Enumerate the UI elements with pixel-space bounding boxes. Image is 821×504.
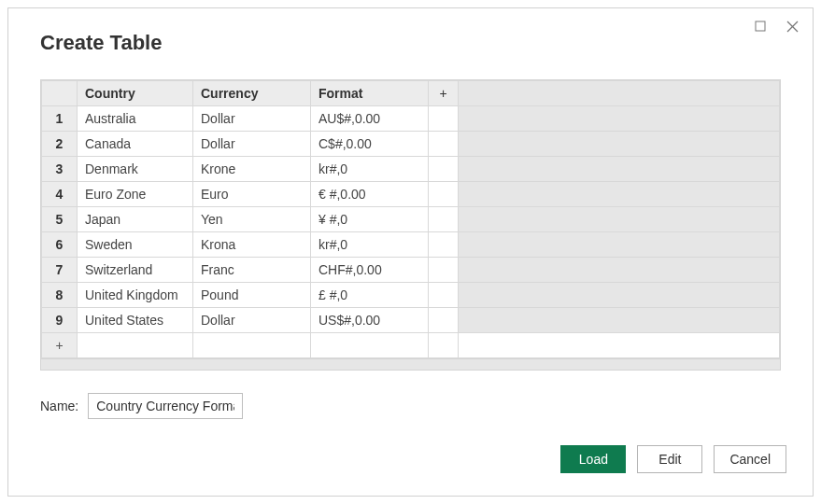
- row-filler: [459, 308, 780, 333]
- row-number[interactable]: 4: [42, 182, 78, 207]
- column-header-format[interactable]: Format: [311, 81, 429, 106]
- cell-country[interactable]: Japan: [78, 207, 193, 232]
- maximize-button[interactable]: [747, 16, 773, 36]
- row-filler: [459, 283, 780, 308]
- empty-cell[interactable]: [78, 333, 193, 358]
- load-button[interactable]: Load: [560, 445, 626, 473]
- header-row: Country Currency Format +: [42, 81, 780, 106]
- empty-cell[interactable]: [311, 333, 429, 358]
- table-row: 4Euro ZoneEuro€ #,0.00: [42, 182, 780, 207]
- cell-country[interactable]: United States: [78, 308, 193, 333]
- table-row: 3DenmarkKronekr#,0: [42, 157, 780, 182]
- create-table-dialog: Create Table Country Currency Format +: [7, 7, 814, 497]
- cell-country[interactable]: Euro Zone: [78, 182, 193, 207]
- cell-country[interactable]: Canada: [78, 132, 193, 157]
- cell-country[interactable]: Sweden: [78, 232, 193, 258]
- header-filler: [459, 81, 780, 106]
- cell-country[interactable]: Denmark: [78, 157, 193, 182]
- cell-format[interactable]: AU$#,0.00: [311, 106, 429, 132]
- name-label: Name:: [40, 399, 78, 413]
- cell-currency[interactable]: Krona: [193, 232, 311, 258]
- cell-extra[interactable]: [429, 182, 459, 207]
- maximize-icon: [755, 21, 766, 32]
- row-filler: [459, 232, 780, 258]
- empty-cell[interactable]: [193, 333, 311, 358]
- row-number[interactable]: 5: [42, 207, 78, 232]
- cell-extra[interactable]: [429, 283, 459, 308]
- cell-format[interactable]: € #,0.00: [311, 182, 429, 207]
- cell-country[interactable]: Australia: [78, 106, 193, 132]
- row-number[interactable]: 6: [42, 232, 78, 258]
- table-row: 8United KingdomPound£ #,0: [42, 283, 780, 308]
- cell-country[interactable]: United Kingdom: [78, 283, 193, 308]
- close-button[interactable]: [779, 16, 805, 36]
- column-header-country[interactable]: Country: [78, 81, 193, 106]
- row-number[interactable]: 9: [42, 308, 78, 333]
- cell-currency[interactable]: Dollar: [193, 106, 311, 132]
- table-row: 5JapanYen¥ #,0: [42, 207, 780, 232]
- horizontal-scroll-track[interactable]: [41, 358, 780, 370]
- table-row: 2CanadaDollarC$#,0.00: [42, 132, 780, 157]
- row-number[interactable]: 2: [42, 132, 78, 157]
- cell-extra[interactable]: [429, 232, 459, 258]
- cell-extra[interactable]: [429, 106, 459, 132]
- cell-format[interactable]: ¥ #,0: [311, 207, 429, 232]
- cell-currency[interactable]: Dollar: [193, 132, 311, 157]
- row-number[interactable]: 3: [42, 157, 78, 182]
- cell-format[interactable]: CHF#,0.00: [311, 258, 429, 283]
- cell-extra[interactable]: [429, 132, 459, 157]
- cell-currency[interactable]: Pound: [193, 283, 311, 308]
- cell-extra[interactable]: [429, 258, 459, 283]
- cell-currency[interactable]: Yen: [193, 207, 311, 232]
- data-grid: Country Currency Format + 1AustraliaDoll…: [40, 79, 781, 371]
- close-icon: [786, 21, 799, 33]
- add-column-button[interactable]: +: [429, 81, 459, 106]
- add-row-button[interactable]: +: [42, 333, 78, 358]
- cell-format[interactable]: kr#,0: [311, 232, 429, 258]
- row-filler: [459, 106, 780, 132]
- name-row: Name:: [40, 393, 813, 419]
- dialog-buttons: Load Edit Cancel: [560, 445, 786, 473]
- window-controls: [747, 16, 805, 36]
- row-filler: [459, 132, 780, 157]
- row-number[interactable]: 7: [42, 258, 78, 283]
- cell-extra[interactable]: [429, 157, 459, 182]
- row-filler: [459, 333, 780, 358]
- cell-currency[interactable]: Dollar: [193, 308, 311, 333]
- table-row: 9United StatesDollarUS$#,0.00: [42, 308, 780, 333]
- dialog-title: Create Table: [8, 8, 813, 55]
- row-filler: [459, 207, 780, 232]
- table-row: 1AustraliaDollarAU$#,0.00: [42, 106, 780, 132]
- cell-currency[interactable]: Euro: [193, 182, 311, 207]
- cell-country[interactable]: Switzerland: [78, 258, 193, 283]
- edit-button[interactable]: Edit: [637, 445, 702, 473]
- cell-format[interactable]: C$#,0.00: [311, 132, 429, 157]
- cell-extra[interactable]: [429, 207, 459, 232]
- cancel-button[interactable]: Cancel: [714, 445, 786, 473]
- table-row: 7SwitzerlandFrancCHF#,0.00: [42, 258, 780, 283]
- row-number[interactable]: 8: [42, 283, 78, 308]
- add-row: +: [42, 333, 780, 358]
- table-row: 6SwedenKronakr#,0: [42, 232, 780, 258]
- row-number[interactable]: 1: [42, 106, 78, 132]
- cell-currency[interactable]: Krone: [193, 157, 311, 182]
- corner-cell: [42, 81, 78, 106]
- cell-format[interactable]: US$#,0.00: [311, 308, 429, 333]
- cell-format[interactable]: kr#,0: [311, 157, 429, 182]
- cell-extra[interactable]: [429, 308, 459, 333]
- row-filler: [459, 258, 780, 283]
- name-input[interactable]: [88, 393, 243, 419]
- row-filler: [459, 182, 780, 207]
- empty-cell[interactable]: [429, 333, 459, 358]
- row-filler: [459, 157, 780, 182]
- column-header-currency[interactable]: Currency: [193, 81, 311, 106]
- cell-currency[interactable]: Franc: [193, 258, 311, 283]
- svg-rect-0: [756, 21, 765, 31]
- cell-format[interactable]: £ #,0: [311, 283, 429, 308]
